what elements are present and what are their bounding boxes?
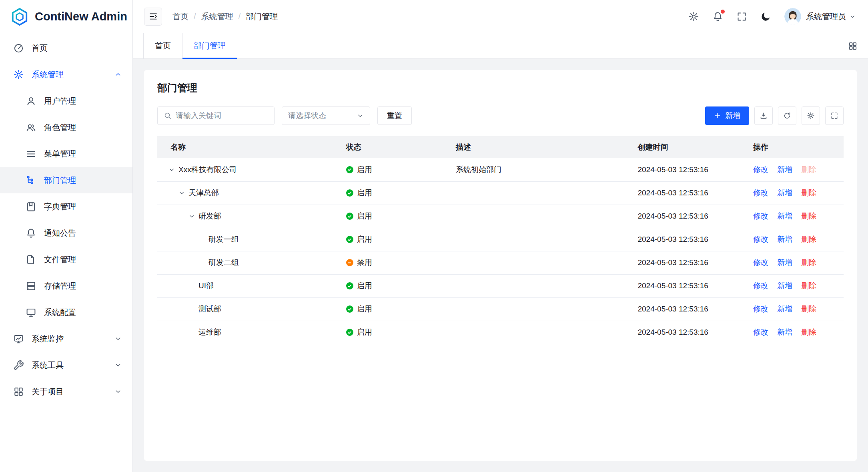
app-root: ContiNew Admin 首页系统管理用户管理角色管理菜单管理部门管理字典管…	[0, 0, 868, 472]
notifications-button[interactable]	[712, 11, 723, 22]
users-icon	[26, 122, 36, 133]
search-input[interactable]	[176, 111, 268, 120]
edit-link[interactable]: 修改	[753, 234, 768, 245]
avatar[interactable]	[784, 8, 801, 25]
tab[interactable]: 部门管理	[182, 33, 237, 58]
status-label: 启用	[357, 234, 372, 245]
status-enabled-icon	[346, 305, 353, 313]
edit-link[interactable]: 修改	[753, 165, 768, 175]
table-row: 运维部启用2024-05-03 12:53:16修改新增删除	[157, 321, 844, 344]
add-child-link[interactable]: 新增	[777, 257, 792, 268]
add-child-link[interactable]: 新增	[777, 234, 792, 245]
monitor-chart-icon	[13, 333, 24, 344]
sidebar-menu: 首页系统管理用户管理角色管理菜单管理部门管理字典管理通知公告文件管理存储管理系统…	[0, 33, 132, 405]
breadcrumb-item[interactable]: 系统管理	[201, 11, 233, 22]
sidebar-subitem[interactable]: 用户管理	[0, 88, 132, 114]
refresh-button[interactable]	[778, 106, 796, 125]
chevron-down-icon	[114, 388, 122, 396]
add-child-link[interactable]: 新增	[777, 327, 792, 337]
sidebar-subitem[interactable]: 通知公告	[0, 220, 132, 246]
topbar-actions	[675, 11, 771, 22]
dark-mode-button[interactable]	[760, 11, 771, 22]
delete-link[interactable]: 删除	[801, 257, 816, 268]
tabbar-right	[848, 33, 868, 58]
row-actions: 修改新增删除	[753, 211, 844, 221]
edit-link[interactable]: 修改	[753, 281, 768, 291]
user-menu[interactable]: 系统管理员	[806, 11, 856, 22]
table-fullscreen-button[interactable]	[825, 106, 844, 125]
delete-link[interactable]: 删除	[801, 211, 816, 221]
status-select[interactable]: 请选择状态	[282, 106, 370, 125]
sidebar-collapse-button[interactable]	[144, 8, 162, 26]
status-label: 启用	[357, 281, 372, 291]
table-row: UI部启用2024-05-03 12:53:16修改新增删除	[157, 274, 844, 297]
sidebar-item[interactable]: 系统管理	[0, 61, 132, 88]
status-enabled-icon	[346, 329, 353, 336]
fullscreen-button[interactable]	[736, 11, 747, 22]
delete-link[interactable]: 删除	[801, 281, 816, 291]
book-icon	[26, 201, 36, 212]
delete-link[interactable]: 删除	[801, 304, 816, 314]
toolbar-left: 请选择状态 重置	[157, 106, 412, 125]
tab-label: 部门管理	[194, 40, 226, 51]
department-description: 系统初始部门	[456, 165, 501, 174]
chevron-down-icon	[114, 361, 122, 369]
export-download-button[interactable]	[754, 106, 773, 125]
sidebar-item[interactable]: 系统工具	[0, 352, 132, 378]
status-label: 启用	[357, 165, 372, 175]
column-header: 操作	[748, 136, 844, 158]
status-label: 启用	[357, 327, 372, 337]
status-enabled-icon	[346, 189, 353, 197]
breadcrumb-separator: /	[239, 12, 241, 21]
expand-toggle-icon[interactable]	[188, 213, 195, 220]
delete-link[interactable]: 删除	[801, 327, 816, 337]
sidebar-item-label: 通知公告	[44, 228, 76, 239]
created-time: 2024-05-03 12:53:16	[637, 189, 708, 197]
column-header: 描述	[456, 136, 637, 158]
add-child-link[interactable]: 新增	[777, 188, 792, 198]
sidebar-item[interactable]: 系统监控	[0, 325, 132, 352]
tab[interactable]: 首页	[143, 33, 182, 58]
add-child-link[interactable]: 新增	[777, 211, 792, 221]
expand-toggle-icon[interactable]	[168, 166, 175, 173]
delete-link: 删除	[801, 165, 816, 175]
tab-list-grid-icon[interactable]	[848, 41, 858, 51]
delete-link[interactable]: 删除	[801, 188, 816, 198]
status-enabled-icon	[346, 236, 353, 243]
created-time: 2024-05-03 12:53:16	[637, 235, 708, 243]
sidebar-item[interactable]: 关于项目	[0, 378, 132, 405]
sidebar-subitem[interactable]: 菜单管理	[0, 141, 132, 167]
fullscreen-icon	[736, 11, 747, 22]
dashboard-icon	[13, 43, 24, 54]
sidebar-subitem[interactable]: 字典管理	[0, 193, 132, 220]
created-time: 2024-05-03 12:53:16	[637, 305, 708, 313]
sidebar-item-label: 系统工具	[32, 360, 64, 371]
sidebar-item[interactable]: 首页	[0, 35, 132, 61]
table-row: Xxx科技有限公司启用系统初始部门2024-05-03 12:53:16修改新增…	[157, 158, 844, 181]
edit-link[interactable]: 修改	[753, 327, 768, 337]
add-button[interactable]: 新增	[705, 106, 749, 125]
delete-link[interactable]: 删除	[801, 234, 816, 245]
add-child-link[interactable]: 新增	[777, 304, 792, 314]
column-settings-button[interactable]	[802, 106, 820, 125]
edit-link[interactable]: 修改	[753, 257, 768, 268]
breadcrumb-item[interactable]: 首页	[172, 11, 188, 22]
status-badge: 启用	[346, 304, 456, 314]
sidebar-subitem[interactable]: 角色管理	[0, 114, 132, 141]
sidebar-subitem[interactable]: 系统配置	[0, 299, 132, 325]
sidebar-subitem[interactable]: 部门管理	[0, 167, 132, 193]
user-name-label: 系统管理员	[806, 11, 846, 22]
table-row: 研发二组禁用2024-05-03 12:53:16修改新增删除	[157, 251, 844, 274]
add-child-link[interactable]: 新增	[777, 281, 792, 291]
edit-link[interactable]: 修改	[753, 188, 768, 198]
sidebar-subitem[interactable]: 文件管理	[0, 246, 132, 273]
sidebar-subitem[interactable]: 存储管理	[0, 273, 132, 299]
breadcrumb-item: 部门管理	[246, 11, 278, 22]
add-child-link[interactable]: 新增	[777, 165, 792, 175]
edit-link[interactable]: 修改	[753, 304, 768, 314]
department-table: 名称状态描述创建时间操作 Xxx科技有限公司启用系统初始部门2024-05-03…	[157, 136, 844, 344]
settings-button[interactable]	[688, 11, 699, 22]
reset-button[interactable]: 重置	[377, 106, 412, 125]
edit-link[interactable]: 修改	[753, 211, 768, 221]
expand-toggle-icon[interactable]	[178, 189, 185, 197]
